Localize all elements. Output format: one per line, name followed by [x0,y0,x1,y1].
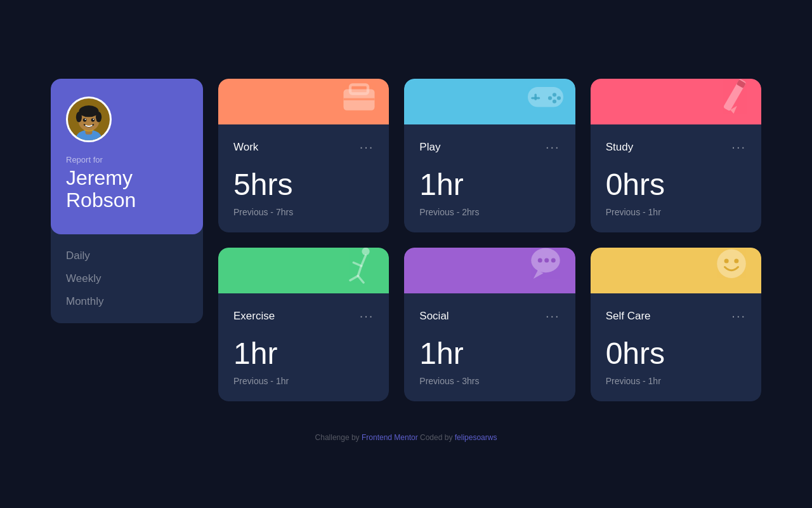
card-exercise[interactable]: Exercise ··· 1hr Previous - 1hr [218,248,389,401]
selfcare-card-body: Self Care ··· 0hrs Previous - 1hr [591,293,761,401]
footer-coded-text: Coded by [420,433,455,442]
svg-point-37 [734,258,738,263]
profile-card: Report for Jeremy Robson Daily Weekly Mo… [51,79,203,323]
selfcare-dots-menu[interactable]: ··· [731,309,746,323]
svg-line-28 [350,276,358,281]
play-card-body: Play ··· 1hr Previous - 2hrs [404,124,575,232]
svg-point-10 [93,119,94,120]
work-dots-menu[interactable]: ··· [360,140,374,154]
svg-point-36 [724,258,729,263]
exercise-card-header: Exercise ··· [233,309,374,323]
exercise-hours: 1hr [233,336,374,371]
play-dots-menu[interactable]: ··· [546,140,560,154]
main-container: Report for Jeremy Robson Daily Weekly Mo… [25,53,787,427]
svg-point-4 [79,105,98,117]
svg-line-29 [358,276,364,283]
user-name-line1: Jeremy [66,166,133,189]
social-card-header: Social ··· [419,309,560,323]
exercise-card-body: Exercise ··· 1hr Previous - 1hr [218,293,389,401]
user-name: Jeremy Robson [66,167,188,211]
work-card-header: Work ··· [233,140,374,154]
card-selfcare[interactable]: Self Care ··· 0hrs Previous - 1hr [591,248,761,401]
svg-point-9 [85,119,86,120]
nav-weekly[interactable]: Weekly [66,272,188,285]
svg-point-32 [537,258,542,263]
svg-point-33 [544,258,549,263]
exercise-dots-menu[interactable]: ··· [360,309,374,323]
study-previous: Previous - 1hr [606,207,746,217]
svg-point-18 [557,96,561,100]
cards-grid: Work ··· 5hrs Previous - 7hrs [218,79,761,401]
card-play[interactable]: Play ··· 1hr Previous - 2hrs [404,79,575,232]
play-previous: Previous - 2hrs [419,207,560,217]
work-hours: 5hrs [233,167,374,202]
exercise-icon-area [218,248,389,293]
footer-challenge-link[interactable]: Frontend Mentor [362,433,418,442]
study-icon-area [591,79,761,124]
card-social[interactable]: Social ··· 1hr Previous - 3hrs [404,248,575,401]
play-icon-area [404,79,575,124]
report-for-label: Report for [66,155,188,164]
svg-line-26 [354,263,362,266]
svg-point-6 [96,112,102,123]
study-hours: 0hrs [606,167,746,202]
card-study[interactable]: Study ··· 0hrs Previous - 1hr [591,79,761,232]
profile-top: Report for Jeremy Robson [51,79,203,234]
svg-rect-16 [531,97,540,100]
selfcare-title: Self Care [606,310,651,323]
social-title: Social [419,310,449,323]
work-card-body: Work ··· 5hrs Previous - 7hrs [218,124,389,232]
svg-point-24 [362,248,370,255]
work-icon-area [218,79,389,124]
social-hours: 1hr [419,336,560,371]
svg-point-34 [551,258,555,263]
selfcare-card-header: Self Care ··· [606,309,746,323]
social-card-body: Social ··· 1hr Previous - 3hrs [404,293,575,401]
exercise-previous: Previous - 1hr [233,376,374,386]
footer-challenge-text: Challenge by [315,433,362,442]
study-dots-menu[interactable]: ··· [731,140,746,154]
play-title: Play [419,141,440,154]
svg-point-5 [76,112,82,123]
exercise-title: Exercise [233,310,275,323]
study-card-header: Study ··· [606,140,746,154]
social-dots-menu[interactable]: ··· [546,309,560,323]
card-work[interactable]: Work ··· 5hrs Previous - 7hrs [218,79,389,232]
svg-line-25 [362,255,366,266]
profile-nav: Daily Weekly Monthly [51,234,203,323]
svg-point-17 [553,93,556,97]
play-card-header: Play ··· [419,140,560,154]
selfcare-icon-area [591,248,761,293]
play-hours: 1hr [419,167,560,202]
svg-line-27 [358,266,362,276]
work-previous: Previous - 7hrs [233,207,374,217]
avatar [66,97,112,142]
social-previous: Previous - 3hrs [419,376,560,386]
footer-coder-link[interactable]: felipesoarws [455,433,497,442]
svg-point-20 [548,96,552,100]
nav-monthly[interactable]: Monthly [66,295,188,308]
user-name-line2: Robson [66,189,136,211]
selfcare-hours: 0hrs [606,336,746,371]
svg-point-35 [717,250,746,279]
social-icon-area [404,248,575,293]
svg-point-7 [83,118,87,122]
work-title: Work [233,141,258,154]
study-title: Study [606,141,633,154]
footer: Challenge by Frontend Mentor Coded by fe… [315,427,497,455]
svg-point-19 [553,100,556,104]
study-card-body: Study ··· 0hrs Previous - 1hr [591,124,761,232]
svg-point-8 [91,118,95,122]
nav-daily[interactable]: Daily [66,250,188,262]
selfcare-previous: Previous - 1hr [606,376,746,386]
